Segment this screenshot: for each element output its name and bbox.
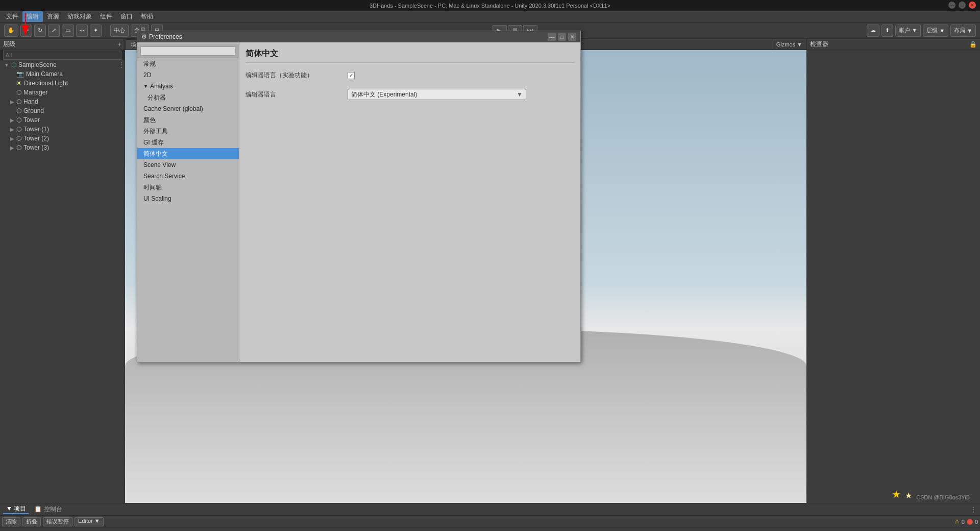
- tower1-label: Tower (1): [23, 126, 49, 133]
- hierarchy-header: 层级 +: [0, 39, 125, 50]
- hierarchy-add-button[interactable]: +: [118, 41, 121, 48]
- options-icon[interactable]: ⋮: [118, 61, 125, 68]
- account-btn[interactable]: 帐户 ▼: [895, 25, 921, 37]
- menu-gameobject[interactable]: 游戏对象: [63, 11, 96, 22]
- pref-lang-enable-checkbox[interactable]: ✓: [348, 72, 355, 79]
- ground-label: Ground: [23, 107, 44, 114]
- gizmos-bar: Gizmos ▼: [772, 39, 806, 50]
- dropdown-arrow-icon: ▼: [517, 91, 523, 98]
- hierarchy-item-tower1[interactable]: ▶ ⬡ Tower (1): [0, 125, 125, 134]
- close-button[interactable]: ✕: [969, 2, 976, 9]
- pref-item-external-tools[interactable]: 外部工具: [137, 126, 239, 137]
- expand-icon: ▶: [10, 127, 14, 132]
- pref-minimize-btn[interactable]: —: [548, 33, 556, 41]
- object-icon: ⬡: [16, 89, 21, 96]
- hierarchy-search-input[interactable]: [3, 51, 121, 60]
- pref-titlebar: ⚙ Preferences — □ ✕: [137, 31, 580, 42]
- hierarchy-item-samplescene[interactable]: ▼ ⬡ SampleScene ⋮: [0, 60, 125, 69]
- main-camera-label: Main Camera: [26, 70, 63, 78]
- tower-label: Tower: [23, 116, 40, 124]
- preferences-dialog[interactable]: ⚙ Preferences — □ ✕ 常规 2D: [137, 31, 581, 363]
- directional-light-label: Directional Light: [24, 80, 68, 87]
- hierarchy-item-manager[interactable]: ▶ ⬡ Manager: [0, 88, 125, 97]
- pref-item-general[interactable]: 常规: [137, 58, 239, 69]
- pref-item-simplified-chinese[interactable]: 简体中文: [137, 148, 239, 159]
- pivot-btn[interactable]: 中心: [110, 25, 129, 37]
- rect-tool-btn[interactable]: ▭: [62, 25, 74, 37]
- hierarchy-item-main-camera[interactable]: ▶ 📷 Main Camera: [0, 69, 125, 79]
- menu-help[interactable]: 帮助: [137, 11, 157, 22]
- pref-item-timeline[interactable]: 时间轴: [137, 182, 239, 193]
- pref-item-cache-server[interactable]: Cache Server (global): [137, 103, 239, 114]
- scale-tool-btn[interactable]: ⤢: [48, 25, 60, 37]
- pref-content: 简体中文 编辑器语言（实验功能） ✓ 编辑器语言 简体中文 (Expe: [239, 42, 580, 362]
- pref-title-label: Preferences: [149, 33, 182, 40]
- pref-item-analyzer[interactable]: 分析器: [137, 92, 239, 103]
- layer-btn[interactable]: 层级 ▼: [923, 25, 948, 37]
- title-bar: 3DHands - SampleScene - PC, Mac & Linux …: [0, 0, 980, 11]
- custom-tool-btn[interactable]: ✦: [90, 25, 102, 37]
- pref-lang-dropdown[interactable]: 简体中文 (Experimental) ▼: [348, 89, 526, 100]
- error-icon: ⬤: [967, 518, 973, 525]
- pref-item-colors[interactable]: 颜色: [137, 114, 239, 126]
- hierarchy-item-tower3[interactable]: ▶ ⬡ Tower (3): [0, 143, 125, 152]
- pref-close-btn[interactable]: ✕: [568, 33, 576, 41]
- pref-item-scene-view[interactable]: Scene View: [137, 159, 239, 171]
- menu-file[interactable]: 文件: [2, 11, 22, 22]
- expand-icon: ▶: [10, 99, 14, 105]
- inspector-title: 检查器: [810, 40, 828, 49]
- menu-edit[interactable]: 编辑: [22, 11, 43, 22]
- minimize-button[interactable]: —: [948, 2, 955, 9]
- move-tool-btn[interactable]: ✛: [20, 25, 32, 37]
- pref-item-analysis[interactable]: ▼ Analysis: [137, 81, 239, 92]
- expand-icon: ▶: [10, 117, 14, 123]
- pref-search-input[interactable]: [140, 46, 236, 56]
- separator-1: [106, 26, 106, 36]
- window-controls: — □ ✕: [948, 2, 976, 9]
- pref-item-2d[interactable]: 2D: [137, 69, 239, 81]
- status-indicators: ⚠ 0 ⬤ 0: [954, 518, 978, 525]
- bottom-panel-menu-icon[interactable]: ⋮: [970, 505, 977, 514]
- editor-dropdown-btn[interactable]: Editor ▼: [75, 517, 104, 526]
- inspector-lock-icon[interactable]: 🔒: [969, 41, 977, 48]
- hierarchy-item-directional-light[interactable]: ▶ ☀ Directional Light: [0, 79, 125, 88]
- pref-item-ui-scaling[interactable]: UI Scaling: [137, 193, 239, 204]
- app-title: 3DHands - SampleScene - PC, Mac & Linux …: [4, 3, 976, 9]
- pref-title: ⚙ Preferences: [141, 33, 182, 40]
- menu-window[interactable]: 窗口: [116, 11, 137, 22]
- pref-lang-enable-label: 编辑器语言（实验功能）: [246, 71, 348, 80]
- hierarchy-item-ground[interactable]: ▶ ⬡ Ground: [0, 106, 125, 115]
- expand-icon: ▶: [10, 136, 14, 141]
- pref-item-search-service[interactable]: Search Service: [137, 171, 239, 182]
- collapse-button[interactable]: 折叠: [22, 517, 41, 526]
- pref-row-lang-enable: 编辑器语言（实验功能） ✓: [246, 69, 574, 82]
- hierarchy-item-hand[interactable]: ▶ ⬡ Hand: [0, 97, 125, 106]
- tower3-icon: ⬡: [16, 144, 21, 151]
- tower2-icon: ⬡: [16, 135, 21, 142]
- pref-maximize-btn[interactable]: □: [558, 33, 566, 41]
- ground-icon: ⬡: [16, 107, 21, 114]
- pref-lang-dropdown-value: 简体中文 (Experimental): [351, 90, 417, 99]
- layout-btn[interactable]: 布局 ▼: [950, 25, 976, 37]
- hand-tool-btn[interactable]: ✋: [4, 25, 18, 37]
- maximize-button[interactable]: □: [959, 2, 966, 9]
- gizmos-label[interactable]: Gizmos ▼: [776, 41, 802, 47]
- collab-btn[interactable]: ☁: [867, 25, 879, 37]
- transform-tool-btn[interactable]: ⊹: [76, 25, 88, 37]
- hierarchy-item-tower2[interactable]: ▶ ⬡ Tower (2): [0, 134, 125, 143]
- menu-assets[interactable]: 资源: [43, 11, 63, 22]
- camera-icon: 📷: [16, 70, 24, 78]
- cloud-btn[interactable]: ⬆: [881, 25, 893, 37]
- error-pause-button[interactable]: 错误暂停: [43, 517, 72, 526]
- menu-component[interactable]: 组件: [96, 11, 116, 22]
- clear-button[interactable]: 清除: [2, 517, 20, 526]
- tab-console[interactable]: 📋 控制台: [31, 505, 65, 514]
- tab-project[interactable]: ▼ 项目: [3, 504, 29, 514]
- expand-icon: ▶: [10, 145, 14, 151]
- inspector-header: 检查器 🔒: [807, 39, 980, 50]
- warning-icon: ⚠: [954, 518, 960, 525]
- pref-item-gi-cache[interactable]: GI 缓存: [137, 137, 239, 148]
- hierarchy-item-tower[interactable]: ▶ ⬡ Tower: [0, 115, 125, 125]
- rotate-tool-btn[interactable]: ↻: [34, 25, 46, 37]
- inspector-content: [807, 50, 980, 515]
